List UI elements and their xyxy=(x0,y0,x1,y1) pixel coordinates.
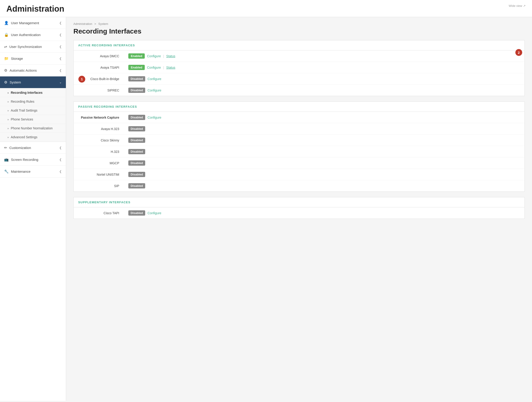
main-content: Administration > System Recording Interf… xyxy=(66,17,532,401)
configure-link[interactable]: Configure xyxy=(147,89,161,92)
status-badge-disabled: Disabled xyxy=(128,210,145,216)
sidebar-sub-recording-interfaces[interactable]: » Recording Interfaces xyxy=(0,88,66,97)
maintenance-icon: 🔧 xyxy=(4,169,9,174)
sidebar-item-maintenance[interactable]: 🔧 Maintenance ❮ xyxy=(0,166,66,177)
supplementary-section-header: SUPPLEMENTARY INTERFACES xyxy=(74,197,525,207)
sub-arrow-icon: » xyxy=(7,127,9,130)
sidebar-sub-phone-number-normalization[interactable]: » Phone Number Normalization xyxy=(0,124,66,133)
sub-item-label: Phone Services xyxy=(11,117,33,121)
main-layout: 👤 User Management ❮ 🔒 User Authenticatio… xyxy=(0,17,532,401)
sidebar-sub-advanced-settings[interactable]: » Advanced Settings xyxy=(0,133,66,142)
table-row: Cisco Skinny Disabled xyxy=(74,135,525,146)
status-badge-disabled: Disabled xyxy=(128,115,145,120)
table-row: Nortel UNISTIM Disabled xyxy=(74,169,525,180)
interface-name: SIPREC xyxy=(74,85,124,96)
table-row: H.323 Disabled xyxy=(74,146,525,157)
chevron-icon: ❮ xyxy=(59,146,62,149)
passive-section-title: PASSIVE RECORDING INTERFACES xyxy=(78,105,520,108)
status-link[interactable]: Status xyxy=(166,54,175,58)
sidebar-sub-recording-rules[interactable]: » Recording Rules xyxy=(0,97,66,106)
interface-controls: Enabled Configure | Status xyxy=(128,65,493,70)
status-badge-disabled: Disabled xyxy=(128,126,145,131)
sidebar-item-customization[interactable]: ✏ Customization ❮ xyxy=(0,142,66,154)
chevron-icon: ❮ xyxy=(59,45,62,48)
sub-item-label: Audit Trail Settings xyxy=(11,109,37,112)
interface-controls: Disabled xyxy=(128,138,520,143)
sidebar-item-system[interactable]: ⚙ System ⌄ xyxy=(0,77,66,88)
passive-section-header: PASSIVE RECORDING INTERFACES xyxy=(74,102,525,112)
sidebar-item-label: Maintenance xyxy=(11,169,31,173)
configure-link[interactable]: Configure xyxy=(147,66,161,69)
sub-arrow-icon: » xyxy=(7,91,9,94)
status-badge-enabled: Enabled xyxy=(128,53,145,59)
status-badge-disabled: Disabled xyxy=(128,183,145,188)
interface-controls: Disabled Configure xyxy=(128,76,493,81)
interface-controls: Disabled xyxy=(128,149,520,154)
table-row: Passive Network Capture Disabled Configu… xyxy=(74,112,525,123)
system-icon: ⚙ xyxy=(4,80,7,84)
table-row: Cisco TAPI Disabled Configure xyxy=(74,207,525,219)
sub-arrow-icon: » xyxy=(7,109,9,112)
chevron-icon: ❮ xyxy=(59,170,62,173)
sub-item-label: Recording Rules xyxy=(11,100,34,103)
interface-controls: Enabled Configure | Status xyxy=(128,53,493,59)
table-row: Avaya H.323 Disabled xyxy=(74,123,525,135)
screen-recording-icon: 📺 xyxy=(4,157,9,162)
sidebar-item-automatic-actions[interactable]: ⚙ Automatic Actions ❮ xyxy=(0,65,66,77)
interface-name: SIP xyxy=(74,180,124,192)
sidebar-item-user-synchronization[interactable]: ⇌ User Synchronization ❮ xyxy=(0,41,66,53)
callout-2: 2 xyxy=(515,49,522,56)
sidebar-item-label: Customization xyxy=(9,146,31,150)
sidebar-sub-system: » Recording Interfaces » Recording Rules… xyxy=(0,88,66,142)
status-badge-disabled: Disabled xyxy=(128,76,145,81)
wide-view-link[interactable]: Wide view ↗ xyxy=(509,4,526,7)
interface-name: Cisco Skinny xyxy=(74,135,124,146)
status-badge-disabled: Disabled xyxy=(128,88,145,93)
sidebar-item-storage[interactable]: 📁 Storage ❮ xyxy=(0,53,66,65)
interface-controls: Disabled xyxy=(128,172,520,177)
interface-name: Avaya H.323 xyxy=(74,123,124,135)
sidebar-sub-phone-services[interactable]: » Phone Services xyxy=(0,115,66,124)
passive-interfaces-table: Passive Network Capture Disabled Configu… xyxy=(74,112,525,191)
sidebar-item-user-management[interactable]: 👤 User Management ❮ xyxy=(0,17,66,29)
sidebar-sub-audit-trail[interactable]: » Audit Trail Settings xyxy=(0,106,66,115)
supplementary-interfaces-table: Cisco TAPI Disabled Configure xyxy=(74,207,525,219)
supplementary-section-title: SUPPLEMENTARY INTERFACES xyxy=(78,201,520,204)
user-auth-icon: 🔒 xyxy=(4,33,9,37)
user-management-icon: 👤 xyxy=(4,21,9,25)
configure-link[interactable]: Configure xyxy=(147,54,161,58)
status-link[interactable]: Status xyxy=(166,66,175,69)
interface-controls: Disabled Configure xyxy=(128,210,520,216)
active-section-title: ACTIVE RECORDING INTERFACES xyxy=(78,44,520,47)
status-badge-disabled: Disabled xyxy=(128,172,145,177)
configure-link[interactable]: Configure xyxy=(147,116,161,119)
sidebar-item-label: User Synchronization xyxy=(9,45,42,49)
table-row: Avaya TSAPI Enabled Configure | Status xyxy=(74,62,525,73)
sidebar: 👤 User Management ❮ 🔒 User Authenticatio… xyxy=(0,17,66,401)
table-row: Avaya DMCC Enabled Configure | Status xyxy=(74,50,525,62)
sidebar-item-user-authentication[interactable]: 🔒 User Authentication ❮ xyxy=(0,29,66,41)
table-row: MGCP Disabled xyxy=(74,157,525,169)
chevron-icon: ❮ xyxy=(59,69,62,72)
page-title: Recording Interfaces xyxy=(73,27,525,35)
sub-item-label: Recording Interfaces xyxy=(11,91,42,94)
interface-name: Nortel UNISTIM xyxy=(74,169,124,180)
sidebar-item-label: Storage xyxy=(11,57,23,60)
interface-controls: Disabled xyxy=(128,160,520,166)
configure-link[interactable]: Configure xyxy=(147,211,161,215)
interface-name: Avaya DMCC xyxy=(74,50,124,62)
configure-link[interactable]: Configure xyxy=(147,77,161,81)
interface-name: Cisco Built-in-Bridge 1 xyxy=(74,73,124,85)
sidebar-item-label: System xyxy=(10,80,21,84)
sidebar-item-label: Automatic Actions xyxy=(10,68,37,72)
interface-name: Cisco TAPI xyxy=(74,207,124,219)
active-recording-section: ACTIVE RECORDING INTERFACES Avaya DMCC E… xyxy=(73,40,525,96)
automatic-actions-icon: ⚙ xyxy=(4,68,7,72)
sidebar-item-label: Screen Recording xyxy=(11,158,38,162)
page-header: Administration Wide view ↗ xyxy=(0,0,532,17)
sidebar-item-screen-recording[interactable]: 📺 Screen Recording ❮ xyxy=(0,154,66,166)
table-row: SIP Disabled xyxy=(74,180,525,192)
active-interfaces-table: Avaya DMCC Enabled Configure | Status xyxy=(74,50,525,96)
supplementary-recording-section: SUPPLEMENTARY INTERFACES Cisco TAPI Disa… xyxy=(73,197,525,219)
sub-arrow-icon: » xyxy=(7,100,9,103)
